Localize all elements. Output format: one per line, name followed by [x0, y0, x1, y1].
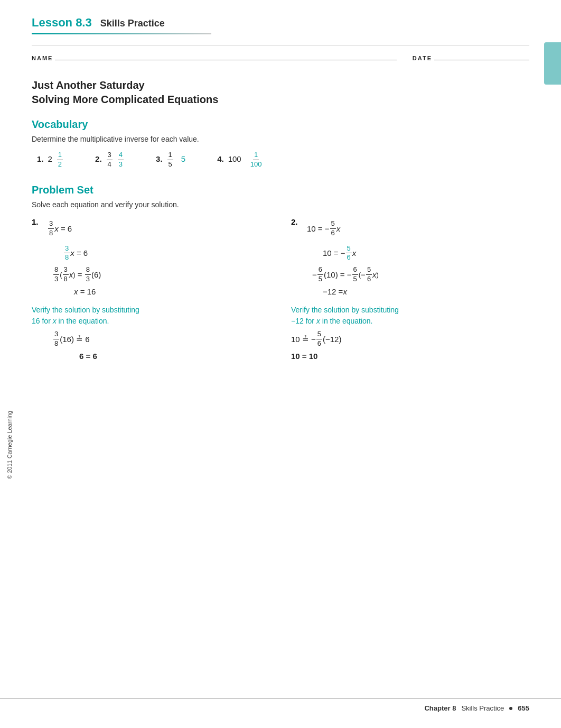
problem-1: 1. 38 x = 6 38 x = 6 83 (	[32, 216, 270, 364]
problem-1-step3: x = 16	[74, 287, 270, 296]
problems-grid: 1. 38 x = 6 38 x = 6 83 (	[32, 216, 529, 374]
problem-2-step3: −12 = x	[323, 287, 529, 296]
name-label: NAME	[32, 55, 53, 61]
vocab-item-4: 4. 100 1 100	[217, 151, 263, 169]
vocab-ans-4: 1 100	[249, 151, 264, 169]
vocab-num-3: 3.	[156, 154, 163, 163]
footer-section: Skills Practice	[461, 704, 504, 712]
copyright: © 2011 Carnegie Learning	[6, 411, 13, 479]
problem-2-verify-result: 10 = 10	[291, 352, 529, 361]
vocab-ans-3: 5	[181, 154, 185, 163]
footer-dot	[509, 707, 512, 710]
problem-1-equation: 38 x = 6	[48, 219, 72, 238]
problem-2-label: 2.	[291, 216, 304, 226]
problem-1-step1: 38 x = 6	[63, 244, 270, 263]
vocabulary-title: Vocabulary	[32, 118, 529, 131]
problem-2-eq: 2. 10 = −56x	[291, 216, 529, 241]
name-line	[55, 51, 396, 60]
problem-set-section: Problem Set Solve each equation and veri…	[32, 184, 529, 374]
vocab-val-3: 1 5	[167, 151, 174, 169]
main-content: Just Another Saturday Solving More Compl…	[0, 79, 561, 374]
problem-1-step2: 83 ( 38 x ) = 83 (6)	[53, 265, 270, 284]
lesson-title-line2: Solving More Complicated Equations	[32, 94, 529, 106]
problem-2-equation: 10 = −56x	[307, 219, 340, 238]
problem-2-verify-text: Verify the solution by substituting−12 f…	[291, 305, 529, 327]
lesson-number: Lesson 8.3	[32, 16, 92, 30]
name-date-row: NAME DATE	[32, 45, 529, 67]
footer-page: 655	[518, 704, 529, 712]
date-line	[434, 51, 529, 60]
vocab-ans-1: 1 2	[57, 151, 63, 169]
vocab-item-1: 1. 2 1 2	[37, 151, 63, 169]
footer-chapter: Chapter 8	[424, 704, 456, 712]
vocab-num-2: 2.	[95, 154, 102, 163]
vocab-val-1: 2	[48, 154, 52, 163]
vocabulary-instruction: Determine the multiplicative inverse for…	[32, 135, 529, 143]
vocabulary-section: Vocabulary Determine the multiplicative …	[32, 118, 529, 169]
date-label: DATE	[413, 55, 432, 61]
problem-1-verify-text: Verify the solution by substituting16 fo…	[32, 305, 270, 327]
problem-set-title: Problem Set	[32, 184, 529, 196]
vocab-item-3: 3. 1 5 5	[156, 151, 185, 169]
problem-1-eq: 1. 38 x = 6	[32, 216, 270, 241]
vocab-val-2: 3 4	[106, 151, 113, 169]
vocab-num-4: 4.	[217, 154, 224, 163]
lesson-title-line1: Just Another Saturday	[32, 79, 529, 91]
footer-text: Chapter 8 Skills Practice 655	[424, 704, 529, 712]
problem-2-verify-step: 10 ≟ −56(−12)	[291, 330, 529, 348]
header-underline	[32, 33, 211, 34]
vocabulary-items: 1. 2 1 2 2. 3 4	[37, 151, 529, 169]
problem-1-label: 1.	[32, 216, 44, 226]
vocab-num-1: 1.	[37, 154, 44, 163]
problem-set-instruction: Solve each equation and verify your solu…	[32, 200, 529, 209]
problem-2-step1: 10 = −56x	[323, 244, 529, 263]
problem-1-verify-step: 38 (16) ≟ 6	[53, 330, 270, 348]
problem-2: 2. 10 = −56x 10 = −56x −65(10) = −65(−56…	[291, 216, 529, 364]
problem-2-step2: −65(10) = −65(−56x)	[312, 265, 529, 284]
skills-practice-label: Skills Practice	[100, 18, 165, 29]
page-container: Lesson 8.3 Skills Practice NAME DATE Jus…	[0, 0, 561, 728]
vocab-item-2: 2. 3 4 4 3	[95, 151, 124, 169]
problem-1-verify-result: 6 = 6	[79, 352, 270, 361]
lesson-header: Lesson 8.3 Skills Practice	[32, 16, 529, 30]
side-tab	[544, 42, 561, 85]
vocab-val-4: 100	[228, 154, 241, 163]
footer: Chapter 8 Skills Practice 655	[0, 698, 561, 712]
vocab-ans-2: 4 3	[117, 151, 124, 169]
header: Lesson 8.3 Skills Practice NAME DATE	[0, 0, 561, 67]
